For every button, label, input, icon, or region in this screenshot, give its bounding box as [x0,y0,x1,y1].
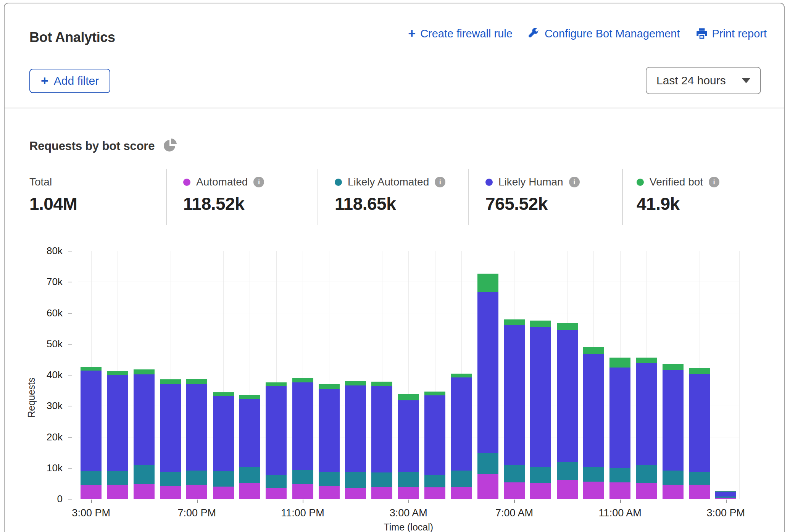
x-axis-tick [91,500,92,503]
bar-segment-likely-automated [213,471,234,487]
time-range-select[interactable]: Last 24 hours [646,67,761,94]
configure-bot-management-link[interactable]: Configure Bot Management [529,27,680,40]
y-axis-tick [68,344,72,345]
bar-segment-automated [186,485,207,499]
bar-2-00-am[interactable] [371,382,392,499]
bar-10-00-am[interactable] [583,347,604,499]
bar-segment-likely-automated [609,468,630,482]
stat-value: 1.04M [29,193,77,214]
bar-segment-likely-automated [663,471,684,485]
stat-divider [468,169,469,225]
bar-6-00-am[interactable] [477,274,498,499]
bar-4-00-am[interactable] [424,392,445,499]
stat-likely-automated: Likely Automatedi118.65k [335,176,445,214]
gridline [78,313,739,313]
bar-segment-likely-automated [715,497,736,497]
bar-4-00-pm[interactable] [107,371,128,499]
info-icon[interactable]: i [435,177,445,187]
bar-segment-verified-bot [134,369,155,374]
legend-dot [183,179,190,186]
bar-segment-likely-human [609,368,630,468]
bar-segment-automated [213,487,234,499]
gridline [78,282,739,282]
bar-segment-automated [424,487,445,499]
stat-label: Likely Human [498,176,563,188]
bar-segment-verified-bot [371,382,392,386]
bar-segment-verified-bot [451,374,472,378]
y-axis-tick [68,406,72,406]
x-axis-tick-label: 11:00 PM [281,507,324,519]
bar-segment-likely-automated [477,453,498,474]
stat-verified-bot: Verified boti41.9k [637,176,719,214]
bar-7-00-pm[interactable] [186,379,207,499]
y-axis-tick-label: 10k [17,462,63,474]
bar-segment-verified-bot [160,379,181,384]
time-range-value: Last 24 hours [656,74,726,87]
bar-segment-likely-human [134,374,155,465]
bar-segment-verified-bot [557,323,578,330]
bar-segment-likely-automated [186,471,207,485]
bar-11-00-am[interactable] [609,358,630,499]
header-divider [5,108,784,108]
bar-8-00-am[interactable] [530,321,551,499]
info-icon[interactable]: i [253,177,264,187]
y-axis-tick-label: 50k [17,338,63,350]
bar-12-00-am[interactable] [319,384,340,499]
bar-segment-likely-human [292,382,313,470]
bar-1-00-pm[interactable] [663,364,684,499]
info-icon[interactable]: i [569,177,580,187]
bar-1-00-am[interactable] [345,381,366,499]
y-axis-tick [68,375,72,376]
y-axis-title: Requests [26,377,37,418]
bar-7-00-am[interactable] [504,319,525,499]
print-report-link[interactable]: Print report [696,27,767,40]
bar-9-00-am[interactable] [557,323,578,499]
bar-segment-likely-human [689,374,710,472]
stat-label: Automated [196,176,248,188]
bar-3-00-pm[interactable] [81,367,102,499]
bar-segment-verified-bot [583,347,604,354]
create-firewall-rule-label: Create firewall rule [420,27,513,40]
bar-9-00-pm[interactable] [239,395,260,499]
info-icon[interactable]: i [709,177,719,187]
bar-segment-verified-bot [636,358,657,363]
bar-segment-automated [530,483,551,499]
wrench-icon [529,28,540,39]
add-filter-button[interactable]: + Add filter [29,69,110,93]
stat-divider [622,169,623,225]
pie-chart-icon [162,138,177,155]
bar-8-00-pm[interactable] [213,392,234,499]
y-axis-tick-label: 60k [17,307,63,319]
x-axis-tick [408,500,409,503]
bar-segment-automated [160,486,181,499]
y-axis-tick-label: 20k [17,431,63,443]
plus-icon: + [41,74,48,87]
bar-segment-likely-automated [583,467,604,482]
stat-label-row: Verified boti [637,176,719,188]
create-firewall-rule-link[interactable]: + Create firewall rule [408,27,513,40]
section-heading: Requests by bot score [29,138,177,155]
bar-segment-likely-automated [134,465,155,484]
x-axis-tick-label: 3:00 PM [707,507,745,519]
bar-segment-likely-automated [451,471,472,487]
bar-segment-verified-bot [213,392,234,396]
chevron-down-icon [742,78,750,83]
stat-automated: Automatedi118.52k [183,176,264,214]
x-axis-tick-label: 11:00 AM [599,507,642,519]
bar-3-00-pm[interactable] [715,491,736,499]
stat-label: Total [29,176,52,188]
bar-segment-likely-automated [319,472,340,486]
bar-12-00-pm[interactable] [636,358,657,499]
bar-segment-likely-human [345,385,366,472]
bar-5-00-pm[interactable] [134,369,155,499]
stat-label: Likely Automated [348,176,429,188]
bar-5-00-am[interactable] [451,374,472,499]
stat-label-row: Total [29,176,77,188]
bar-segment-automated [451,487,472,499]
bar-10-00-pm[interactable] [266,382,287,499]
bar-11-00-pm[interactable] [292,378,313,499]
bar-segment-verified-bot [609,358,630,367]
bar-6-00-pm[interactable] [160,379,181,499]
bar-3-00-am[interactable] [398,394,419,499]
bar-2-00-pm[interactable] [689,368,710,499]
